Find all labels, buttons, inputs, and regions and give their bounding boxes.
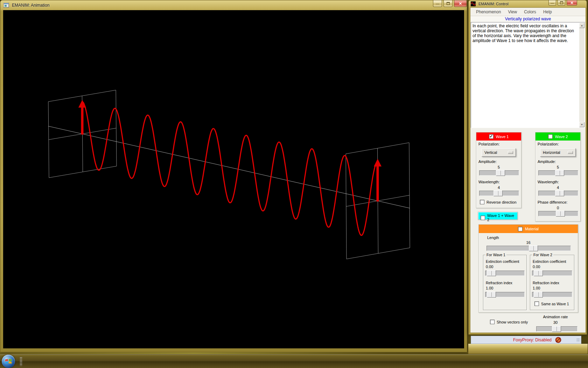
wave1-polarization-dropdown[interactable]: Vertical	[482, 148, 516, 157]
check-icon: ✓	[490, 134, 493, 139]
for-wave1-group: For Wave 1 Extinction coefficient 0.00 R…	[483, 255, 527, 310]
sum-label: Wave 1 + Wave 2	[487, 213, 517, 222]
resize-grip-icon[interactable]	[576, 338, 580, 342]
extinction-label: Extinction coefficient	[486, 259, 519, 264]
foxyproxy-icon[interactable]	[555, 337, 561, 343]
emanim-app-icon	[471, 1, 476, 6]
wave1-checkbox[interactable]: ✓	[489, 134, 493, 139]
reverse-direction-label: Reverse direction	[486, 200, 517, 204]
dropdown-icon	[508, 151, 513, 154]
background-window-edge	[468, 344, 588, 354]
wave1-refraction-slider[interactable]	[485, 292, 525, 298]
extinction-label: Extinction coefficient	[533, 259, 566, 264]
length-slider[interactable]	[486, 245, 571, 251]
material-checkbox[interactable]	[518, 227, 523, 231]
wave2-wavelength-slider[interactable]	[538, 190, 578, 196]
wavelength-value: 4	[536, 185, 580, 190]
scroll-up-icon: ▲	[581, 24, 583, 27]
polarization-label: Polarization:	[478, 142, 500, 146]
close-button[interactable]: ✕	[567, 0, 577, 6]
wave1-header-label: Wave 1	[496, 135, 509, 139]
wave1-extinction-slider[interactable]	[485, 270, 525, 276]
wave1-wavelength-slider[interactable]	[479, 190, 519, 196]
slider-thumb[interactable]	[555, 170, 564, 176]
maximize-button[interactable]	[443, 0, 453, 7]
slider-thumb[interactable]	[555, 190, 564, 196]
slider-thumb[interactable]	[534, 270, 543, 276]
sum-checkbox[interactable]	[481, 216, 485, 220]
length-label: Length	[487, 236, 499, 240]
minimize-button[interactable]: —	[548, 0, 556, 6]
scroll-up-button[interactable]: ▲	[579, 23, 584, 28]
menu-view[interactable]: View	[504, 9, 520, 14]
menu-phenomenon[interactable]: Phenomenon	[472, 9, 504, 14]
close-icon: ✕	[459, 1, 462, 6]
minimize-button[interactable]: —	[433, 0, 442, 7]
material-panel: Material Length 16 For Wave 1 Extinction…	[478, 224, 578, 313]
phenomenon-title: Vertically polarized wave	[470, 16, 586, 22]
slider-thumb[interactable]	[534, 292, 543, 298]
minimize-icon: —	[436, 2, 439, 6]
foxyproxy-status[interactable]: FoxyProxy: Disabled	[513, 338, 552, 342]
close-button[interactable]: ✕	[454, 0, 467, 7]
extinction-value: 0.00	[533, 265, 540, 269]
browser-status-bar: FoxyProxy: Disabled	[471, 336, 581, 344]
sum-toggle[interactable]: Wave 1 + Wave 2	[478, 212, 518, 220]
animation-rate-slider[interactable]	[536, 326, 578, 332]
slider-thumb[interactable]	[487, 292, 496, 298]
wave2-polarization-dropdown[interactable]: Horizontal	[540, 148, 576, 157]
taskbar-grip[interactable]	[20, 357, 22, 366]
reverse-direction-row: Reverse direction	[480, 200, 517, 204]
same-as-wave1-checkbox[interactable]	[534, 301, 539, 306]
refraction-label: Refraction index	[533, 281, 559, 285]
wave2-header-label: Wave 2	[555, 135, 568, 139]
reverse-direction-checkbox[interactable]	[480, 200, 484, 204]
amplitude-label: Amplitude:	[478, 159, 497, 164]
menubar: Phenomenon View Colors Help	[470, 8, 586, 16]
show-vectors-checkbox[interactable]	[490, 320, 495, 324]
slider-thumb[interactable]	[556, 211, 565, 217]
animation-titlebar[interactable]: EMANIM: Animation	[0, 0, 467, 10]
slider-thumb[interactable]	[552, 326, 561, 332]
material-header: Material	[479, 225, 578, 233]
slider-thumb[interactable]	[493, 190, 503, 196]
animation-rate-label: Animation rate	[533, 315, 578, 319]
wavelength-value: 4	[476, 185, 521, 190]
animation-window: EMANIM: Animation — ✕	[0, 0, 467, 352]
slider-thumb[interactable]	[529, 245, 538, 251]
wave2-panel: Wave 2 Polarization: Horizontal Amplitud…	[535, 132, 581, 222]
polarization-value: Vertical	[484, 150, 497, 155]
show-vectors-row: Show vectors only	[490, 320, 528, 324]
refraction-value: 1.00	[486, 286, 493, 290]
wave1-amplitude-slider[interactable]	[479, 170, 519, 176]
description-text: In each point, the electric field vector…	[472, 23, 578, 43]
wave2-phase-slider[interactable]	[538, 211, 578, 217]
wave1-header: ✓ Wave 1	[476, 132, 521, 141]
wave2-checkbox[interactable]	[548, 134, 553, 139]
polarization-label: Polarization:	[538, 142, 559, 146]
wave2-amplitude-slider[interactable]	[538, 170, 578, 176]
polarization-value: Horizontal	[543, 150, 560, 155]
slider-thumb[interactable]	[487, 270, 496, 276]
start-button[interactable]	[2, 355, 15, 368]
scroll-down-button[interactable]: ▼	[579, 122, 584, 127]
amplitude-value: 5	[536, 165, 580, 169]
control-window-title: EMANIM: Control	[478, 2, 509, 6]
wave2-refraction-slider[interactable]	[532, 292, 572, 298]
animation-canvas	[3, 10, 464, 348]
menu-colors[interactable]: Colors	[520, 9, 540, 14]
maximize-button[interactable]	[558, 0, 565, 6]
scroll-down-icon: ▼	[581, 123, 583, 126]
wave2-extinction-slider[interactable]	[532, 270, 572, 276]
same-as-wave1-row: Same as Wave 1	[534, 301, 569, 306]
close-icon: ✕	[570, 1, 573, 5]
scrollbar[interactable]: ▲ ▼	[579, 23, 584, 127]
maximize-icon	[447, 2, 450, 5]
refraction-value: 1.00	[533, 286, 540, 290]
refraction-label: Refraction index	[486, 281, 512, 285]
slider-thumb[interactable]	[496, 170, 505, 176]
windows-logo-icon	[5, 357, 12, 365]
same-as-wave1-label: Same as Wave 1	[541, 302, 569, 306]
wavelength-label: Wavelength:	[478, 180, 500, 184]
menu-help[interactable]: Help	[540, 9, 555, 14]
